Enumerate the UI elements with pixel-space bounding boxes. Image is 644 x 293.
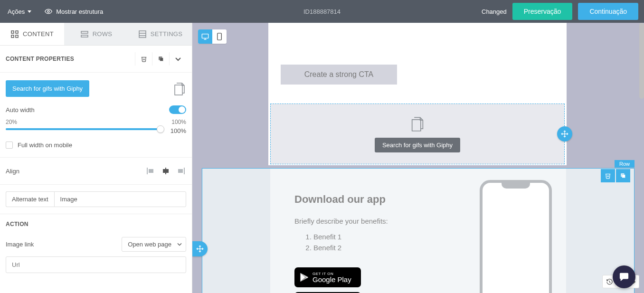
cta-button-placeholder[interactable]: Create a strong CTA [281, 65, 397, 85]
show-structure-toggle[interactable]: Mostrar estrutura [45, 8, 103, 15]
svg-rect-26 [622, 175, 625, 178]
svg-rect-1 [11, 31, 14, 33]
align-center-button[interactable] [161, 166, 171, 176]
link-type-value: Open web page [128, 241, 171, 248]
svg-line-30 [609, 282, 610, 283]
history-icon [606, 278, 613, 285]
trash-icon [605, 172, 611, 179]
svg-point-0 [47, 10, 49, 12]
tab-settings[interactable]: SETTINGS [128, 23, 192, 45]
action-header: ACTION [0, 214, 192, 234]
chevron-down-icon [177, 243, 182, 246]
mobile-icon [217, 33, 222, 40]
svg-rect-12 [147, 168, 148, 174]
desktop-icon [201, 33, 209, 40]
actions-dropdown[interactable]: Ações [6, 5, 33, 18]
tab-settings-label: SETTINGS [151, 30, 182, 38]
svg-rect-2 [16, 31, 18, 33]
collapse-panel-button[interactable] [169, 52, 186, 66]
chevron-down-icon [28, 10, 31, 13]
download-app-row[interactable]: Download our app Briefly describe your b… [202, 168, 635, 293]
move-handle-giphy[interactable] [557, 126, 572, 142]
svg-rect-18 [202, 34, 208, 38]
alt-text-label: Alternate text [6, 191, 54, 207]
rows-icon [80, 30, 89, 38]
preserve-button[interactable]: Preservação [512, 3, 573, 20]
sidebar: CONTENT ROWS SETTINGS CONTENT PROPERTIES [0, 23, 192, 293]
sidebar-tabs: CONTENT ROWS SETTINGS [0, 23, 192, 46]
trash-icon [141, 56, 147, 62]
move-icon [561, 130, 568, 138]
tab-rows-label: ROWS [93, 30, 113, 38]
settings-icon [138, 30, 147, 38]
gp-big: Google Play [313, 276, 351, 283]
align-right-icon [177, 168, 185, 174]
scrollbar[interactable] [639, 23, 644, 99]
link-type-dropdown[interactable]: Open web page [122, 237, 186, 252]
svg-rect-6 [81, 35, 88, 37]
slider-min: 20% [6, 119, 17, 125]
duplicate-icon [620, 172, 626, 179]
actions-label: Ações [8, 8, 25, 15]
duplicate-content-button[interactable] [152, 52, 169, 66]
image-link-label: Image link [6, 241, 34, 248]
content-properties-title: CONTENT PROPERTIES [6, 56, 74, 62]
document-stack-icon [173, 82, 186, 96]
align-label: Align [6, 168, 19, 175]
svg-rect-7 [139, 31, 146, 38]
move-handle-row[interactable] [192, 241, 208, 256]
full-width-mobile-checkbox[interactable] [6, 142, 13, 149]
svg-rect-16 [184, 168, 185, 174]
benefit-2: Benefit 2 [313, 243, 442, 254]
auto-width-label: Auto width [6, 106, 35, 113]
chat-icon [619, 272, 629, 282]
svg-rect-17 [178, 169, 183, 173]
align-left-icon [147, 168, 154, 174]
slider-value: 100% [170, 127, 186, 134]
benefits-list: Benefit 1 Benefit 2 [294, 232, 442, 253]
svg-rect-11 [160, 58, 163, 61]
svg-rect-5 [81, 31, 88, 33]
status-label: Changed [482, 8, 507, 15]
benefit-1: Benefit 1 [313, 232, 442, 243]
move-icon [196, 245, 204, 253]
device-toggle [198, 29, 227, 44]
show-structure-label: Mostrar estrutura [56, 8, 103, 15]
align-right-button[interactable] [176, 166, 186, 176]
download-desc: Briefly describe your benefits: [294, 217, 442, 225]
duplicate-row-button[interactable] [616, 169, 630, 182]
url-input[interactable] [6, 256, 186, 273]
slider-thumb[interactable] [157, 125, 164, 133]
google-play-badge[interactable]: GET IT ON Google Play [294, 267, 361, 287]
search-giphy-button[interactable]: Search for gifs with Giphy [6, 80, 89, 97]
mobile-preview-button[interactable] [212, 29, 227, 44]
width-slider[interactable] [6, 128, 161, 130]
chevron-down-icon [175, 57, 181, 61]
svg-rect-21 [218, 33, 222, 40]
svg-rect-4 [16, 35, 18, 38]
help-chat-button[interactable] [613, 265, 635, 288]
giphy-content-block[interactable]: Search for gifs with Giphy [270, 104, 565, 164]
auto-width-toggle[interactable] [169, 105, 186, 114]
topbar: Ações Mostrar estrutura ID188887814 Chan… [0, 0, 644, 23]
download-title: Download our app [294, 193, 442, 206]
canvas: Create a strong CTA Search for gifs with… [192, 23, 644, 293]
align-left-button[interactable] [145, 166, 156, 176]
slider-max: 100% [171, 119, 186, 125]
align-center-icon [162, 168, 170, 174]
document-id: ID188887814 [303, 8, 341, 15]
continue-button[interactable]: Continuação [578, 3, 638, 20]
row-label: Row [615, 160, 635, 168]
delete-content-button[interactable] [135, 52, 152, 66]
desktop-preview-button[interactable] [198, 29, 212, 44]
tab-content-label: CONTENT [23, 30, 54, 38]
tab-content[interactable]: CONTENT [0, 23, 64, 45]
grid-icon [10, 30, 19, 38]
eye-icon [45, 9, 52, 14]
document-stack-icon [410, 116, 425, 132]
alt-text-input[interactable] [54, 191, 186, 207]
row-actions [601, 169, 630, 182]
tab-rows[interactable]: ROWS [64, 23, 128, 45]
delete-row-button[interactable] [601, 169, 615, 182]
full-width-mobile-label: Full width on mobile [18, 142, 72, 149]
